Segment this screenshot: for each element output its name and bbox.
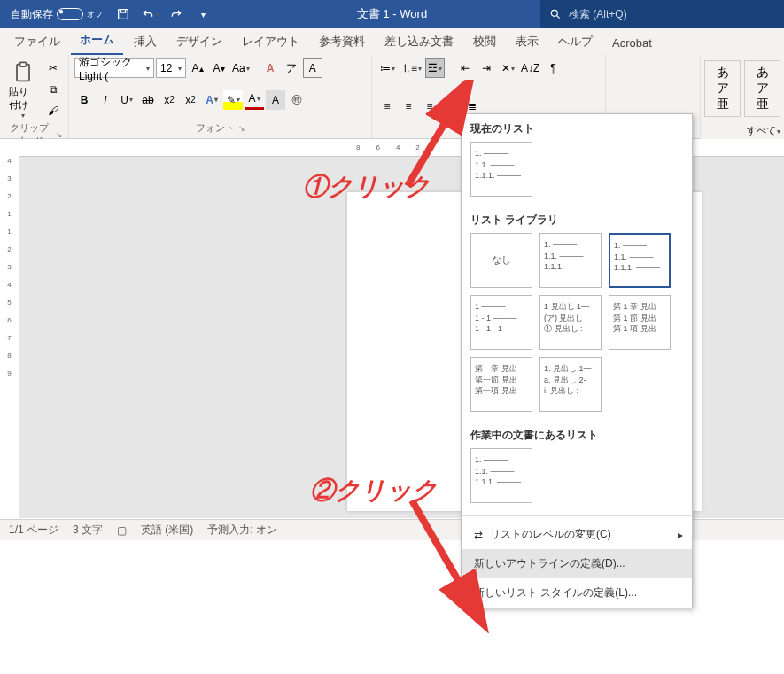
tab-mailings[interactable]: 差し込み文書 xyxy=(376,28,462,55)
list-tile-indoc-0[interactable]: 1. ―――1.1. ―――1.1.1. ――― xyxy=(470,448,532,503)
list-tile-none[interactable]: なし xyxy=(470,233,532,288)
tab-insert[interactable]: 挿入 xyxy=(125,28,166,55)
justify-button[interactable]: ≡ xyxy=(441,97,461,116)
text-effects-button[interactable]: A▾ xyxy=(202,90,221,110)
qat-customize-icon[interactable]: ▾ xyxy=(191,3,214,26)
search-box[interactable]: 検索 (Alt+Q) xyxy=(540,0,784,28)
document-title: 文書 1 - Word xyxy=(357,6,427,22)
change-level-icon: ⇄ xyxy=(474,529,483,541)
autosave-label: 自動保存 xyxy=(11,7,53,22)
menu-bar: ファイル ホーム 挿入 デザイン レイアウト 参考資料 差し込み文書 校閲 表示… xyxy=(0,28,784,55)
show-marks-button[interactable]: ¶ xyxy=(543,58,563,78)
tab-view[interactable]: 表示 xyxy=(507,28,547,55)
search-icon xyxy=(549,8,562,20)
list-tile-lib-2[interactable]: 1. ―――1.1. ―――1.1.1. ――― xyxy=(609,233,671,288)
asian-layout-button[interactable]: ✕▾ xyxy=(498,58,517,78)
tab-file[interactable]: ファイル xyxy=(5,28,69,55)
underline-button[interactable]: U▾ xyxy=(117,90,136,110)
status-page[interactable]: 1/1 ページ xyxy=(9,523,58,538)
styles-filter[interactable]: すべて xyxy=(747,125,776,136)
font-name-combo[interactable]: 游ゴシック Light (▾ xyxy=(74,58,154,78)
enclose-characters-button[interactable]: ㊕ xyxy=(287,90,307,110)
svg-rect-3 xyxy=(19,62,26,66)
shrink-font-button[interactable]: A▾ xyxy=(209,58,229,78)
character-shading-button[interactable]: A xyxy=(266,90,285,110)
chevron-right-icon: ▸ xyxy=(678,529,683,541)
align-center-button[interactable]: ≡ xyxy=(399,97,418,116)
styles-panel: あア亜 あア亜 すべて▾ ↓ 行間詰め xyxy=(700,55,784,139)
phonetic-guide-button[interactable]: ア xyxy=(282,58,301,78)
redo-button[interactable] xyxy=(165,3,188,26)
undo-button[interactable]: ▾ xyxy=(138,3,161,26)
list-tile-lib-3[interactable]: 1 ―――1 - 1 ―――1 - 1 - 1 ― xyxy=(470,295,532,350)
change-case-button[interactable]: Aa▾ xyxy=(230,58,252,78)
list-tile-lib-1[interactable]: 1. ―――1.1. ―――1.1.1. ――― xyxy=(539,233,602,288)
status-ime[interactable]: 予測入力: オン xyxy=(207,523,277,538)
tab-home[interactable]: ホーム xyxy=(71,27,123,55)
svg-rect-0 xyxy=(119,10,128,19)
sort-button[interactable]: A↓Z xyxy=(519,58,541,78)
style-tile-nospace[interactable]: あア亜 xyxy=(744,60,780,117)
toggle-off-icon xyxy=(57,8,83,20)
paste-label: 貼り付け xyxy=(9,85,36,112)
list-tile-lib-6[interactable]: 第一章 見出第一節 見出第一項 見出 xyxy=(470,357,532,412)
font-color-button[interactable]: A▾ xyxy=(245,90,264,110)
character-border-button[interactable]: A xyxy=(303,58,322,78)
align-right-button[interactable]: ≡ xyxy=(420,97,439,116)
italic-button[interactable]: I xyxy=(96,90,115,110)
status-words[interactable]: 3 文字 xyxy=(73,523,103,538)
list-tile-lib-7[interactable]: 1. 見出し 1―a. 見出し 2-i. 見出し : xyxy=(539,357,602,412)
subscript-button[interactable]: x2 xyxy=(159,90,179,110)
dd-section-library: リスト ライブラリ xyxy=(462,205,692,233)
tab-layout[interactable]: レイアウト xyxy=(233,28,308,55)
menu-define-new-outline[interactable]: 新しいアウトラインの定義(D)... xyxy=(462,549,692,578)
highlight-button[interactable]: ✎▾ xyxy=(223,90,243,110)
clipboard-launcher-icon[interactable]: ↘ xyxy=(56,130,63,139)
tab-review[interactable]: 校閲 xyxy=(464,28,505,55)
grow-font-button[interactable]: A▴ xyxy=(188,58,207,78)
status-language[interactable]: 英語 (米国) xyxy=(141,523,193,538)
tab-references[interactable]: 参考資料 xyxy=(310,28,374,55)
superscript-button[interactable]: x2 xyxy=(181,90,200,110)
clear-formatting-button[interactable]: A̷ xyxy=(260,58,280,78)
multilevel-list-dropdown: 現在のリスト 1. ――― 1.1. ――― 1.1.1. ――― リスト ライ… xyxy=(461,113,693,608)
svg-point-1 xyxy=(551,10,557,16)
increase-indent-button[interactable]: ⇥ xyxy=(477,58,496,78)
format-painter-button[interactable]: 🖌 xyxy=(43,101,63,120)
dd-section-indoc: 作業中の文書にあるリスト xyxy=(462,421,692,448)
numbering-button[interactable]: ⒈≡▾ xyxy=(399,58,423,78)
copy-button[interactable]: ⧉ xyxy=(43,80,63,99)
tab-design[interactable]: デザイン xyxy=(167,28,231,55)
list-tile-lib-5[interactable]: 第 1 章 見出第 1 節 見出第 1 項 見出 xyxy=(609,295,671,350)
tab-acrobat[interactable]: Acrobat xyxy=(603,31,661,55)
title-bar: 自動保存 オフ ▾ ▾ 文書 1 - Word 検索 (Alt+Q) xyxy=(0,0,784,28)
vertical-ruler: 4321123456789 xyxy=(0,139,19,518)
save-icon[interactable] xyxy=(112,3,135,26)
autosave-state: オフ xyxy=(87,9,103,20)
list-tile-lib-4[interactable]: 1 見出し 1―(ア) 見出し① 見出し : xyxy=(539,295,602,350)
menu-define-new-list-style[interactable]: 新しいリスト スタイルの定義(L)... xyxy=(462,578,692,608)
dd-section-current: 現在のリスト xyxy=(462,114,692,142)
cut-button[interactable]: ✂ xyxy=(43,58,63,78)
list-tile-current-0[interactable]: 1. ――― 1.1. ――― 1.1.1. ――― xyxy=(470,142,532,197)
font-launcher-icon[interactable]: ↘ xyxy=(238,124,245,133)
multilevel-list-button[interactable]: ☲▾ xyxy=(425,58,445,78)
status-proofing-icon[interactable]: ▢ xyxy=(117,524,127,537)
bullets-button[interactable]: ≔▾ xyxy=(377,58,397,78)
autosave-toggle[interactable]: 自動保存 オフ xyxy=(5,5,108,24)
paste-button[interactable]: 貼り付け ▾ xyxy=(5,58,40,121)
search-placeholder: 検索 (Alt+Q) xyxy=(569,7,627,22)
tab-help[interactable]: ヘルプ xyxy=(549,28,602,55)
font-group-label: フォント xyxy=(196,121,235,135)
strikethrough-button[interactable]: ab xyxy=(138,90,158,110)
menu-change-list-level[interactable]: ⇄ リストのレベルの変更(C) ▸ xyxy=(462,520,692,549)
align-left-button[interactable]: ≡ xyxy=(377,97,397,116)
style-tile-normal[interactable]: あア亜 xyxy=(704,60,741,117)
bold-button[interactable]: B xyxy=(74,90,94,110)
font-size-combo[interactable]: 12▾ xyxy=(156,58,186,78)
decrease-indent-button[interactable]: ⇤ xyxy=(455,58,475,78)
